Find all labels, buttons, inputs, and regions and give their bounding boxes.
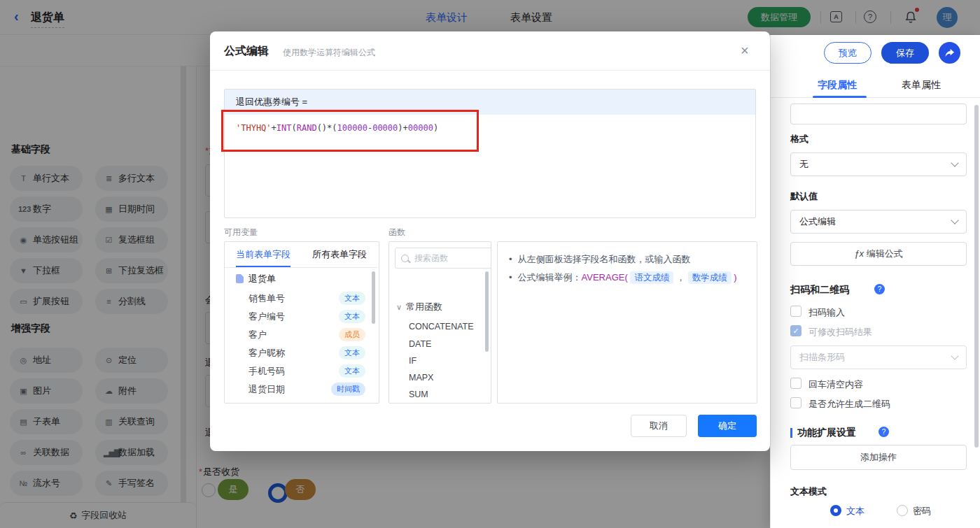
variables-label: 可用变量: [224, 227, 258, 238]
var-row[interactable]: 客户: [248, 329, 267, 341]
description-input[interactable]: [790, 104, 967, 124]
checkbox-allow-qr-label: 是否允许生成二维码: [808, 398, 890, 411]
share-button[interactable]: [939, 42, 960, 64]
tab-form-properties[interactable]: 表单属性: [902, 79, 941, 92]
func-item[interactable]: SUM: [409, 390, 428, 399]
drawer-tabs: 字段属性 表单属性: [771, 73, 980, 98]
var-row[interactable]: 手机号码: [248, 365, 285, 378]
func-item[interactable]: CONCATENATE: [409, 322, 474, 331]
checkbox-editable-scan-checked[interactable]: ✓: [790, 325, 802, 336]
function-search-input[interactable]: [413, 252, 491, 264]
checkbox-scan-input-label: 扫码输入: [808, 306, 845, 319]
example-function-open: AVERAGE(: [582, 272, 628, 283]
caret-down-icon: ∨: [396, 303, 402, 311]
form-designer-screen: ‹ 退货单 表单设计 表单设置 数据管理 A ? 理 ⊘表单外链 ⊡后端脚本 ⊞…: [0, 0, 980, 528]
annotation-red-box: [221, 110, 479, 152]
variables-panel: 当前表单字段 所有表单字段 退货单 销售单号 文本 客户编号 文本 客户 成员 …: [224, 241, 379, 404]
properties-drawer: 预览 保存 字段属性 表单属性 格式 无 默认值 公式编辑 ƒx 编辑公式 扫码…: [770, 35, 980, 528]
scan-help-icon[interactable]: ?: [874, 284, 885, 294]
default-value-label: 默认值: [790, 190, 818, 203]
formula-editor: 退回优惠券编号 = 'THYHQ'+INT(RAND()*(100000-000…: [224, 89, 756, 218]
radio-text-mode-selected[interactable]: [830, 505, 841, 516]
func-item[interactable]: DATE: [409, 339, 431, 349]
func-item[interactable]: IF: [409, 356, 416, 366]
extension-section-title: 功能扩展设置: [797, 427, 856, 439]
var-row[interactable]: 销售单号: [248, 292, 285, 305]
modal-header-divider: [210, 70, 770, 71]
cancel-button[interactable]: 取消: [631, 415, 687, 437]
example-field-chip: 语文成绩: [630, 271, 673, 284]
modal-subtitle: 使用数学运算符编辑公式: [283, 47, 375, 59]
scan-mode-select[interactable]: 扫描条形码: [790, 345, 967, 369]
type-badge: 成员: [339, 328, 365, 341]
type-badge: 时间戳: [331, 383, 365, 396]
function-search-box: [395, 248, 491, 269]
tab-field-properties[interactable]: 字段属性: [818, 79, 857, 92]
active-tab-underline: [813, 96, 867, 98]
save-button[interactable]: 保存: [881, 42, 929, 64]
help-line-1: 从左侧面板选择字段名和函数，或输入函数: [509, 253, 691, 266]
chevron-down-icon: [951, 159, 958, 166]
checkbox-allow-qr[interactable]: [790, 397, 802, 408]
scan-section-title: 扫码和二维码: [790, 284, 849, 297]
extension-help-icon[interactable]: ?: [878, 427, 889, 437]
share-arrow-icon: [944, 48, 955, 58]
default-value-select[interactable]: 公式编辑: [790, 210, 967, 234]
variables-form-name[interactable]: 退货单: [248, 273, 276, 285]
checkbox-editable-scan-label: 可修改扫码结果: [808, 326, 872, 338]
formula-edit-modal: 公式编辑 使用数学运算符编辑公式 × 退回优惠券编号 = 'THYHQ'+INT…: [210, 31, 770, 451]
var-row[interactable]: 退货日期: [248, 383, 285, 396]
format-select[interactable]: 无: [790, 152, 967, 176]
tab-current-form-fields[interactable]: 当前表单字段: [236, 242, 290, 266]
modal-mask: [0, 0, 980, 35]
type-badge: 文本: [339, 364, 365, 378]
chevron-down-icon: [951, 216, 958, 224]
add-action-button[interactable]: 添加操作: [790, 445, 967, 470]
type-badge: 文本: [339, 292, 365, 305]
close-icon[interactable]: ×: [741, 43, 749, 59]
func-item[interactable]: MAPX: [409, 373, 433, 383]
type-badge: 文本: [339, 310, 365, 323]
chevron-down-icon: [951, 352, 958, 359]
drawer-scrollbar[interactable]: [974, 105, 979, 448]
radio-text-label: 文本: [846, 505, 864, 518]
variables-scrollbar[interactable]: [372, 271, 375, 324]
checkbox-enter-clear[interactable]: [790, 378, 802, 389]
fx-icon: ƒx: [854, 248, 864, 259]
form-doc-icon: [236, 274, 244, 283]
edit-formula-button[interactable]: ƒx 编辑公式: [790, 242, 967, 266]
confirm-button[interactable]: 确定: [698, 415, 757, 437]
vars-active-underline: [236, 266, 290, 267]
radio-password-mode[interactable]: [897, 505, 908, 516]
help-line-2: 公式编辑举例：AVERAGE( 语文成绩 ， 数学成绩 ): [509, 271, 737, 284]
func-group-common[interactable]: ∨常用函数: [396, 301, 442, 313]
text-mode-label: 文本模式: [790, 485, 827, 498]
functions-panel: ∨常用函数 CONCATENATE DATE IF MAPX SUM ›数学函数…: [388, 241, 491, 404]
example-function-close: ): [734, 272, 736, 283]
type-badge: 文本: [339, 346, 365, 359]
modal-title: 公式编辑: [224, 44, 269, 59]
preview-button[interactable]: 预览: [824, 42, 872, 64]
var-row[interactable]: 客户昵称: [248, 347, 285, 359]
format-label: 格式: [790, 133, 808, 145]
radio-password-label: 密码: [913, 505, 931, 518]
checkbox-scan-input[interactable]: [790, 306, 802, 317]
formula-help-panel: 从左侧面板选择字段名和函数，或输入函数 公式编辑举例：AVERAGE( 语文成绩…: [497, 241, 757, 404]
search-icon: [401, 255, 409, 262]
functions-label: 函数: [388, 227, 405, 238]
functions-scrollbar[interactable]: [485, 271, 489, 352]
tab-all-form-fields[interactable]: 所有表单字段: [312, 242, 367, 266]
var-row[interactable]: 客户编号: [248, 311, 285, 323]
variables-tabs: 当前表单字段 所有表单字段: [225, 242, 377, 268]
example-field-chip: 数学成绩: [688, 271, 732, 284]
section-bar: [790, 428, 792, 438]
checkbox-enter-clear-label: 回车清空内容: [808, 378, 863, 391]
